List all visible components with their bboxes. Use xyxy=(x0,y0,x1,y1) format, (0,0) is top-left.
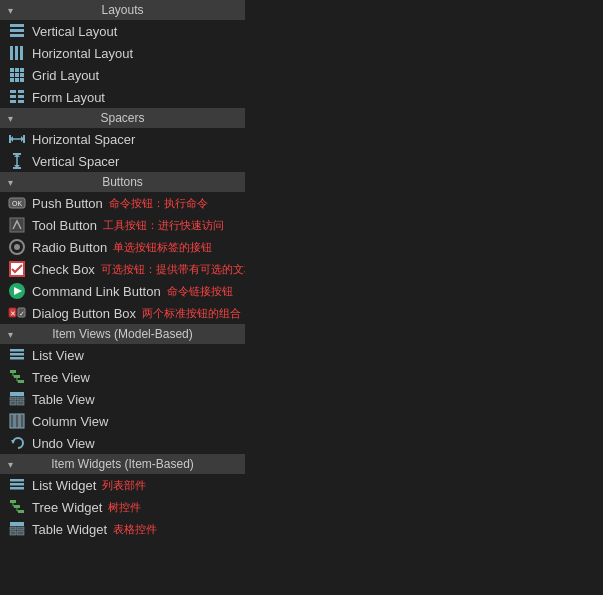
svg-point-35 xyxy=(14,244,20,250)
form-layout-label: Form Layout xyxy=(32,90,105,105)
tool-button-desc: 工具按钮：进行快速访问 xyxy=(103,218,224,233)
grid-layout-icon xyxy=(8,66,26,84)
item-list-widget[interactable]: List Widget 列表部件 xyxy=(0,474,245,496)
table-widget-icon xyxy=(8,520,26,538)
item-tree-widget[interactable]: Tree Widget 树控件 xyxy=(0,496,245,518)
list-view-label: List View xyxy=(32,348,84,363)
grid-layout-label: Grid Layout xyxy=(32,68,99,83)
svg-rect-74 xyxy=(17,527,24,530)
svg-rect-44 xyxy=(10,353,24,356)
item-check-box[interactable]: Check Box 可选按钮：提供带有可选的文本框 xyxy=(0,258,245,280)
undo-view-icon xyxy=(8,434,26,452)
check-box-desc: 可选按钮：提供带有可选的文本框 xyxy=(101,262,245,277)
svg-rect-3 xyxy=(10,46,13,60)
item-grid-layout[interactable]: Grid Layout xyxy=(0,64,245,86)
widget-panel: Layouts Vertical Layout Horizontal Layou… xyxy=(0,0,245,540)
svg-rect-18 xyxy=(18,95,24,98)
item-tool-button[interactable]: Tool Button 工具按钮：进行快速访问 xyxy=(0,214,245,236)
section-buttons[interactable]: Buttons xyxy=(0,172,245,192)
svg-rect-9 xyxy=(10,73,14,77)
list-widget-label: List Widget xyxy=(32,478,96,493)
svg-rect-6 xyxy=(10,68,14,72)
form-layout-icon xyxy=(8,88,26,106)
section-spacers[interactable]: Spacers xyxy=(0,108,245,128)
dialog-button-box-label: Dialog Button Box xyxy=(32,306,136,321)
svg-rect-19 xyxy=(10,100,16,103)
svg-rect-46 xyxy=(10,370,16,373)
list-widget-icon xyxy=(8,476,26,494)
vertical-layout-label: Vertical Layout xyxy=(32,24,117,39)
push-button-icon: OK xyxy=(8,194,26,212)
check-box-icon xyxy=(8,260,26,278)
item-command-link-button[interactable]: Command Link Button 命令链接按钮 xyxy=(0,280,245,302)
item-horizontal-spacer[interactable]: Horizontal Spacer xyxy=(0,128,245,150)
section-item-widgets-label: Item Widgets (Item-Based) xyxy=(51,457,194,471)
svg-rect-12 xyxy=(10,78,14,82)
item-vertical-spacer[interactable]: Vertical Spacer xyxy=(0,150,245,172)
svg-rect-62 xyxy=(10,479,24,482)
item-table-view[interactable]: Table View xyxy=(0,388,245,410)
section-item-views[interactable]: Item Views (Model-Based) xyxy=(0,324,245,344)
tree-view-icon xyxy=(8,368,26,386)
tool-button-icon xyxy=(8,216,26,234)
svg-rect-1 xyxy=(10,29,24,32)
svg-rect-15 xyxy=(10,90,16,93)
column-view-icon xyxy=(8,412,26,430)
column-view-label: Column View xyxy=(32,414,108,429)
svg-rect-72 xyxy=(10,522,24,526)
svg-rect-75 xyxy=(10,531,16,535)
svg-rect-58 xyxy=(10,414,14,428)
svg-rect-16 xyxy=(18,90,24,93)
svg-marker-61 xyxy=(11,440,15,444)
section-spacers-label: Spacers xyxy=(100,111,144,125)
dialog-button-box-icon: ✕ ✓ xyxy=(8,304,26,322)
svg-text:✕: ✕ xyxy=(10,310,16,317)
section-item-widgets[interactable]: Item Widgets (Item-Based) xyxy=(0,454,245,474)
command-link-button-desc: 命令链接按钮 xyxy=(167,284,233,299)
command-link-button-icon xyxy=(8,282,26,300)
svg-rect-13 xyxy=(15,78,19,82)
vertical-layout-icon xyxy=(8,22,26,40)
svg-rect-5 xyxy=(20,46,23,60)
section-layouts[interactable]: Layouts xyxy=(0,0,245,20)
svg-rect-54 xyxy=(10,397,16,400)
item-tree-view[interactable]: Tree View xyxy=(0,366,245,388)
vertical-spacer-label: Vertical Spacer xyxy=(32,154,119,169)
svg-rect-11 xyxy=(20,73,24,77)
svg-rect-63 xyxy=(10,483,24,486)
table-view-icon xyxy=(8,390,26,408)
tree-widget-icon xyxy=(8,498,26,516)
svg-rect-57 xyxy=(17,401,24,405)
section-buttons-label: Buttons xyxy=(102,175,143,189)
item-table-widget[interactable]: Table Widget 表格控件 xyxy=(0,518,245,540)
item-column-view[interactable]: Column View xyxy=(0,410,245,432)
dialog-button-box-desc: 两个标准按钮的组合 xyxy=(142,306,241,321)
table-widget-desc: 表格控件 xyxy=(113,522,157,537)
item-form-layout[interactable]: Form Layout xyxy=(0,86,245,108)
svg-rect-65 xyxy=(10,500,16,503)
svg-rect-4 xyxy=(15,46,18,60)
svg-rect-59 xyxy=(15,414,19,428)
horizontal-spacer-icon xyxy=(8,130,26,148)
svg-rect-76 xyxy=(17,531,24,535)
item-list-view[interactable]: List View xyxy=(0,344,245,366)
item-dialog-button-box[interactable]: ✕ ✓ Dialog Button Box 两个标准按钮的组合 xyxy=(0,302,245,324)
list-widget-desc: 列表部件 xyxy=(102,478,146,493)
item-horizontal-layout[interactable]: Horizontal Layout xyxy=(0,42,245,64)
svg-rect-17 xyxy=(10,95,16,98)
svg-rect-64 xyxy=(10,487,24,490)
item-vertical-layout[interactable]: Vertical Layout xyxy=(0,20,245,42)
item-radio-button[interactable]: Radio Button 单选按钮标签的接钮 xyxy=(0,236,245,258)
item-undo-view[interactable]: Undo View xyxy=(0,432,245,454)
svg-text:✓: ✓ xyxy=(19,310,25,317)
horizontal-layout-label: Horizontal Layout xyxy=(32,46,133,61)
tree-widget-label: Tree Widget xyxy=(32,500,102,515)
svg-rect-56 xyxy=(10,401,16,405)
horizontal-layout-icon xyxy=(8,44,26,62)
tool-button-label: Tool Button xyxy=(32,218,97,233)
item-push-button[interactable]: OK Push Button 命令按钮：执行命令 xyxy=(0,192,245,214)
svg-rect-2 xyxy=(10,34,24,37)
section-layouts-label: Layouts xyxy=(101,3,143,17)
table-view-label: Table View xyxy=(32,392,95,407)
radio-button-icon xyxy=(8,238,26,256)
